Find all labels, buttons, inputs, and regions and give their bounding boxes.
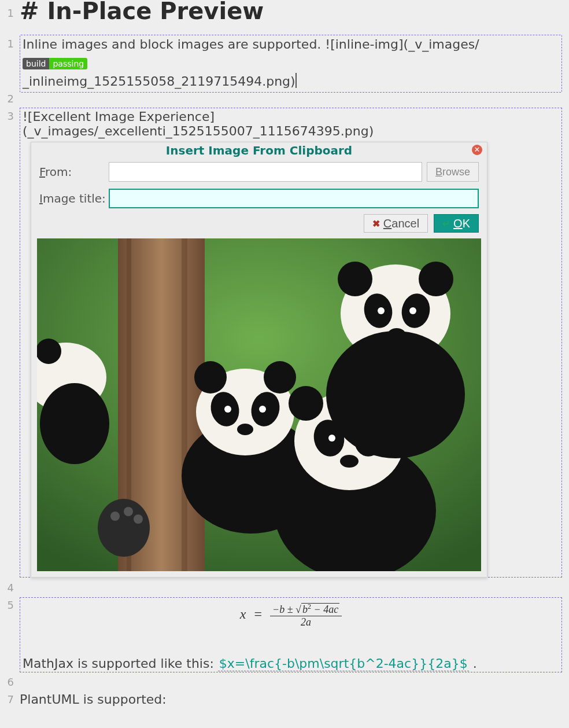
svg-point-33 (37, 339, 61, 364)
line-number-gutter: 1 1 2 3 4 5 6 7 (0, 0, 17, 728)
paragraph-text: _inlineimg_1525155058_2119715494.png) (23, 74, 295, 89)
line-number: 7 (0, 693, 14, 705)
dialog-button-row: ✖ Cancel ↵ OK (31, 212, 487, 238)
browse-button[interactable]: Browse (427, 162, 479, 182)
text-cursor (295, 73, 297, 88)
markdown-heading[interactable]: # In-Place Preview (20, 0, 264, 24)
rendered-equation: x = −b ± √b2 − 4ac 2a (20, 602, 561, 628)
paragraph-block[interactable]: Inline images and block images are suppo… (20, 35, 562, 93)
line-number: 4 (0, 582, 14, 594)
svg-point-10 (224, 406, 231, 413)
svg-point-34 (98, 499, 150, 557)
svg-point-19 (328, 435, 335, 442)
math-sentence-suffix: . (469, 656, 477, 671)
editor-pane[interactable]: 1 1 2 3 4 5 6 7 # In-Place Preview Inlin… (0, 0, 569, 728)
svg-point-24 (419, 262, 453, 296)
line-number: 6 (0, 676, 14, 688)
image-preview-block: ![Excellent Image Experience](_v_images/… (20, 108, 562, 578)
image-title-row: Image title: (31, 185, 487, 212)
svg-point-7 (264, 361, 296, 394)
svg-point-27 (378, 307, 385, 314)
dialog-titlebar: Insert Image From Clipboard ✕ (31, 142, 487, 159)
svg-point-35 (110, 512, 120, 521)
badge-right: passing (49, 58, 87, 69)
svg-point-37 (134, 514, 143, 524)
line-number: 1 (0, 38, 14, 50)
ok-button[interactable]: ↵ OK (434, 214, 479, 233)
svg-point-32 (40, 383, 109, 464)
svg-point-36 (124, 507, 133, 516)
cancel-icon: ✖ (372, 218, 380, 229)
paragraph-text: Inline images and block images are suppo… (23, 35, 559, 54)
image-title-input[interactable] (109, 189, 479, 208)
math-sentence-prefix: MathJax is supported like this: (23, 656, 218, 671)
dialog-title: Insert Image From Clipboard (166, 144, 352, 157)
close-icon[interactable]: ✕ (472, 145, 482, 155)
clipboard-image-preview (37, 238, 481, 571)
svg-point-21 (340, 455, 359, 468)
badge-left: build (23, 58, 49, 69)
cancel-label: Cancel (383, 217, 419, 230)
svg-point-28 (409, 307, 416, 314)
svg-point-6 (194, 361, 227, 394)
line-number: 2 (0, 93, 14, 105)
svg-point-12 (237, 424, 253, 435)
image-title-label: Image title: (39, 192, 109, 205)
svg-point-23 (338, 262, 372, 296)
line-number: 1 (0, 7, 14, 19)
line-number: 3 (0, 110, 14, 122)
svg-point-15 (289, 386, 323, 421)
svg-rect-3 (182, 238, 187, 571)
ok-icon: ↵ (442, 218, 450, 229)
svg-point-30 (326, 331, 465, 458)
build-status-badge: buildpassing (23, 58, 87, 69)
mathjax-source-line[interactable]: MathJax is supported like this: $x=\frac… (23, 656, 477, 671)
ok-label: OK (453, 217, 470, 230)
cancel-button[interactable]: ✖ Cancel (364, 214, 428, 233)
line-number: 5 (0, 599, 14, 611)
browse-label: Browse (435, 166, 470, 178)
plantuml-line[interactable]: PlantUML is supported: (20, 692, 167, 707)
svg-point-11 (259, 406, 266, 413)
from-row: From: Browse (31, 159, 487, 185)
insert-image-dialog: Insert Image From Clipboard ✕ From: Brow… (31, 142, 487, 578)
markdown-image-syntax[interactable]: ![Excellent Image Experience](_v_images/… (20, 108, 561, 142)
from-input[interactable] (109, 162, 422, 182)
mathjax-code: $x=\frac{-b\pm\sqrt{b^2-4ac}}{2a}$ (218, 656, 469, 671)
from-label: From: (39, 165, 109, 179)
math-preview-block: x = −b ± √b2 − 4ac 2a MathJax is support… (20, 597, 562, 672)
panda-image-icon (37, 238, 481, 571)
